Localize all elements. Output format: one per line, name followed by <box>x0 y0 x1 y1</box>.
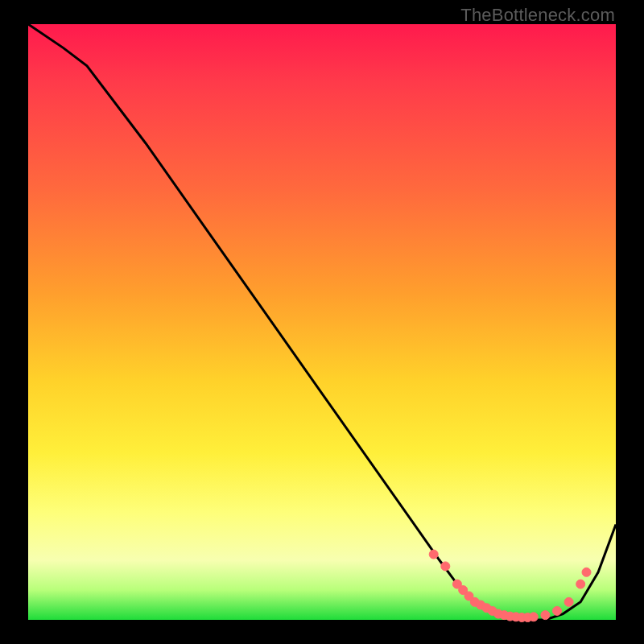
bottleneck-curve <box>28 24 616 620</box>
fit-marker <box>576 580 585 588</box>
fit-marker <box>553 606 562 615</box>
chart-plot-area <box>28 24 616 620</box>
fit-marker <box>429 550 438 559</box>
fit-marker <box>441 562 450 571</box>
fit-marker <box>564 597 573 606</box>
fit-marker <box>529 613 538 621</box>
frame: TheBottleneck.com <box>0 0 644 644</box>
chart-svg <box>28 24 616 620</box>
fit-marker <box>541 611 550 620</box>
fit-marker <box>582 568 591 576</box>
watermark-text: TheBottleneck.com <box>460 5 615 26</box>
